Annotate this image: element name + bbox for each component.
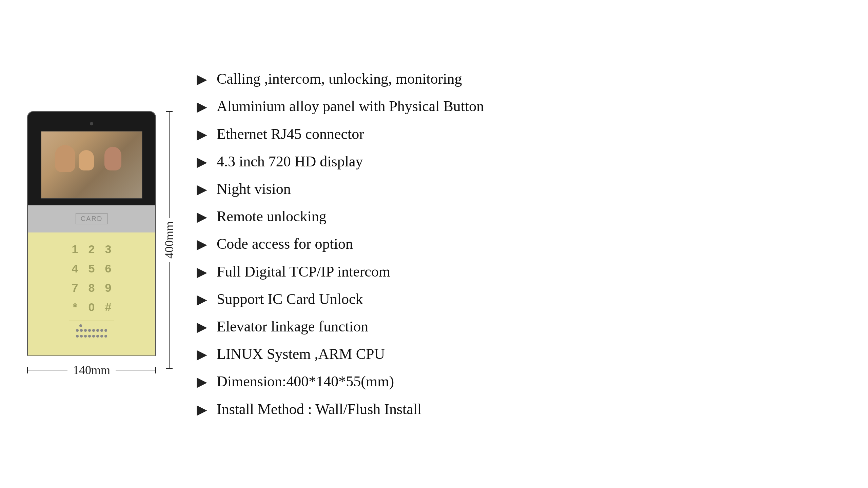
- feature-item-10: ▶LINUX System ,ARM CPU: [197, 340, 841, 368]
- key-star: *: [72, 301, 78, 314]
- feature-item-8: ▶Support IC Card Unlock: [197, 285, 841, 313]
- device-bottom-bar: [69, 321, 114, 345]
- feature-text-12: Install Method : Wall/Flush Install: [217, 400, 421, 419]
- keypad-grid: 1 2 3 4 5 6 7 8 9 * 0 #: [72, 243, 112, 314]
- key-8: 8: [88, 281, 95, 294]
- height-dimension: 400mm: [162, 111, 176, 369]
- feature-text-5: Remote unlocking: [217, 207, 327, 226]
- device-card-section: CARD: [28, 205, 155, 232]
- feature-text-4: Night vision: [217, 179, 291, 199]
- speaker-dot: [92, 335, 95, 338]
- bullet-arrow-7: ▶: [197, 265, 207, 279]
- dim-line-left: [28, 370, 67, 370]
- device-screen: [41, 131, 142, 199]
- speaker-dot: [80, 329, 83, 332]
- feature-text-9: Elevator linkage function: [217, 317, 368, 336]
- device-top: [28, 112, 155, 205]
- speaker-dot: [88, 329, 91, 332]
- speaker-row-1: [76, 329, 107, 332]
- key-9: 9: [105, 281, 111, 294]
- feature-text-3: 4.3 inch 720 HD display: [217, 152, 363, 171]
- bullet-arrow-8: ▶: [197, 293, 207, 306]
- bullet-arrow-5: ▶: [197, 210, 207, 224]
- key-5: 5: [88, 262, 95, 275]
- feature-item-12: ▶Install Method : Wall/Flush Install: [197, 395, 841, 423]
- feature-item-0: ▶Calling ,intercom, unlocking, monitorin…: [197, 65, 841, 93]
- speaker-row-2: [76, 335, 107, 338]
- device-keypad: 1 2 3 4 5 6 7 8 9 * 0 #: [28, 232, 155, 355]
- camera-dot: [90, 122, 93, 125]
- bullet-arrow-12: ▶: [197, 403, 207, 416]
- feature-text-10: LINUX System ,ARM CPU: [217, 344, 385, 364]
- speaker-dot: [100, 335, 103, 338]
- speaker-dot: [92, 329, 95, 332]
- speaker-dot: [96, 335, 99, 338]
- height-label: 400mm: [162, 218, 176, 262]
- screen-figure: [104, 147, 121, 170]
- bullet-arrow-9: ▶: [197, 320, 207, 334]
- dim-line-right: [116, 370, 155, 370]
- bullet-arrow-2: ▶: [197, 128, 207, 141]
- device-section: 400mm CARD 1: [27, 111, 156, 377]
- dim-line-bottom: [169, 262, 170, 368]
- status-dot: [79, 324, 82, 327]
- key-0: 0: [88, 301, 95, 314]
- feature-text-0: Calling ,intercom, unlocking, monitoring: [217, 69, 462, 88]
- feature-text-11: Dimension:400*140*55(mm): [217, 372, 394, 391]
- bullet-arrow-10: ▶: [197, 348, 207, 361]
- bullet-arrow-11: ▶: [197, 375, 207, 389]
- speaker-dot: [84, 329, 87, 332]
- key-2: 2: [88, 243, 95, 256]
- feature-item-5: ▶Remote unlocking: [197, 203, 841, 230]
- dim-line-top: [169, 112, 170, 218]
- feature-item-7: ▶Full Digital TCP/IP intercom: [197, 258, 841, 285]
- bullet-arrow-0: ▶: [197, 73, 207, 86]
- dim-cap-right: [155, 367, 156, 373]
- feature-text-1: Aluminium alloy panel with Physical Butt…: [217, 97, 484, 116]
- features-section: ▶Calling ,intercom, unlocking, monitorin…: [197, 65, 841, 423]
- key-4: 4: [72, 262, 78, 275]
- feature-item-9: ▶Elevator linkage function: [197, 313, 841, 340]
- dim-cap-bottom: [166, 368, 173, 369]
- speaker-dot: [76, 329, 79, 332]
- feature-item-11: ▶Dimension:400*140*55(mm): [197, 368, 841, 395]
- feature-item-4: ▶Night vision: [197, 175, 841, 203]
- feature-text-6: Code access for option: [217, 234, 353, 253]
- speaker-dot: [96, 329, 99, 332]
- feature-item-2: ▶Ethernet RJ45 connector: [197, 120, 841, 148]
- bullet-arrow-3: ▶: [197, 155, 207, 169]
- speaker-dot: [104, 335, 107, 338]
- device-body: CARD 1 2 3 4 5 6 7 8 9 * 0 #: [27, 111, 156, 356]
- key-6: 6: [105, 262, 111, 275]
- speaker-dot: [84, 335, 87, 338]
- bullet-arrow-4: ▶: [197, 183, 207, 196]
- feature-text-7: Full Digital TCP/IP intercom: [217, 262, 390, 281]
- feature-item-3: ▶ 4.3 inch 720 HD display: [197, 148, 841, 175]
- feature-item-1: ▶Aluminium alloy panel with Physical But…: [197, 93, 841, 120]
- speaker-dot: [80, 335, 83, 338]
- key-7: 7: [72, 281, 78, 294]
- main-container: 400mm CARD 1: [0, 0, 868, 488]
- width-dimension: 140mm: [27, 363, 156, 377]
- feature-text-8: Support IC Card Unlock: [217, 289, 363, 309]
- screen-image: [41, 131, 142, 198]
- speaker-dot: [76, 335, 79, 338]
- key-3: 3: [105, 243, 111, 256]
- feature-text-2: Ethernet RJ45 connector: [217, 124, 364, 144]
- width-label: 140mm: [67, 363, 116, 377]
- speaker-dot: [100, 329, 103, 332]
- key-1: 1: [72, 243, 78, 256]
- speaker-dot: [88, 335, 91, 338]
- bullet-arrow-6: ▶: [197, 238, 207, 251]
- card-label: CARD: [76, 213, 108, 224]
- bullet-arrow-1: ▶: [197, 100, 207, 114]
- key-hash: #: [105, 301, 111, 314]
- feature-item-6: ▶Code access for option: [197, 230, 841, 258]
- speaker-dot: [104, 329, 107, 332]
